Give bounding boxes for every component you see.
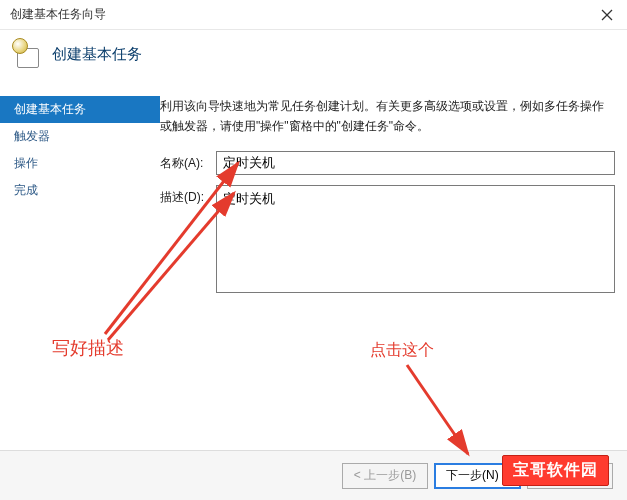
titlebar: 创建基本任务向导 (0, 0, 627, 30)
wizard-title: 创建基本任务 (52, 45, 142, 64)
step-create-basic-task[interactable]: 创建基本任务 (0, 96, 160, 123)
name-input[interactable] (216, 151, 615, 175)
step-action[interactable]: 操作 (0, 150, 160, 177)
description-row: 描述(D): (160, 185, 615, 293)
step-finish[interactable]: 完成 (0, 177, 160, 204)
wizard-icon (14, 40, 42, 68)
intro-text: 利用该向导快速地为常见任务创建计划。有关更多高级选项或设置，例如多任务操作或触发… (160, 96, 615, 137)
description-label: 描述(D): (160, 185, 216, 206)
name-label: 名称(A): (160, 151, 216, 172)
wizard-sidebar: 创建基本任务 触发器 操作 完成 (0, 86, 160, 450)
name-row: 名称(A): (160, 151, 615, 175)
close-button[interactable] (587, 0, 627, 30)
wizard-footer: < 上一步(B) 下一步(N) > 取消 (0, 450, 627, 500)
description-input[interactable] (216, 185, 615, 293)
wizard-main: 利用该向导快速地为常见任务创建计划。有关更多高级选项或设置，例如多任务操作或触发… (160, 86, 627, 450)
step-trigger[interactable]: 触发器 (0, 123, 160, 150)
close-icon (601, 9, 613, 21)
back-button: < 上一步(B) (342, 463, 428, 489)
wizard-body: 创建基本任务 触发器 操作 完成 利用该向导快速地为常见任务创建计划。有关更多高… (0, 86, 627, 450)
wizard-header: 创建基本任务 (0, 30, 627, 86)
window-title: 创建基本任务向导 (10, 6, 106, 23)
cancel-button[interactable]: 取消 (527, 463, 613, 489)
next-button[interactable]: 下一步(N) > (434, 463, 521, 489)
